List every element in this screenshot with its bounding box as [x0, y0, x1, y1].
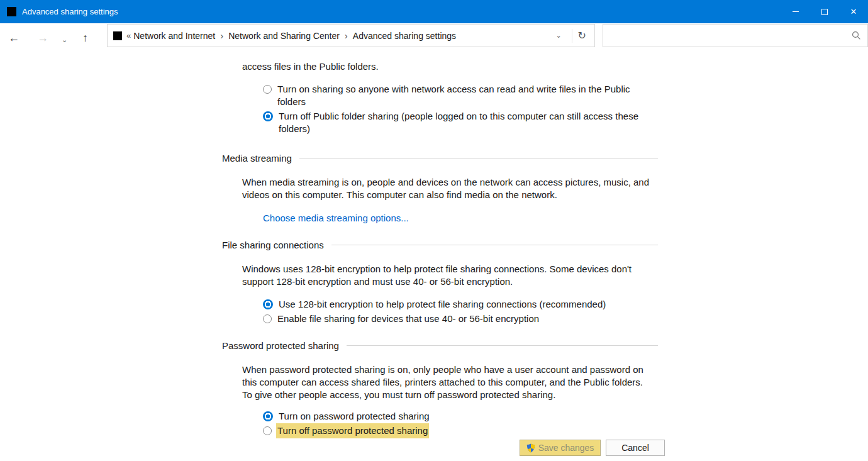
radio-turn-off-public-folder-sharing[interactable]: Turn off Public folder sharing (people l… — [263, 110, 868, 135]
navigation-bar: ← → ⌄ ↑ « Network and Internet › Network… — [0, 23, 868, 58]
breadcrumb-separator-icon: › — [220, 30, 223, 41]
section-file-sharing-connections: File sharing connections — [222, 238, 658, 251]
minimize-icon — [793, 11, 799, 12]
radio-turn-on-public-folder-sharing[interactable]: Turn on sharing so anyone with network a… — [263, 83, 868, 108]
forward-button[interactable]: → — [37, 31, 48, 45]
breadcrumb-overflow-icon[interactable]: « — [126, 31, 131, 40]
radio-enable-40-56-bit-encryption[interactable]: Enable file sharing for devices that use… — [263, 313, 868, 325]
radio-icon[interactable] — [263, 426, 272, 435]
divider — [572, 29, 572, 43]
save-changes-label: Save changes — [538, 443, 594, 453]
file-sharing-options: Use 128-bit encryption to help protect f… — [263, 298, 868, 325]
maximize-button[interactable] — [810, 0, 839, 23]
breadcrumb-item-network-and-internet[interactable]: Network and Internet — [133, 31, 215, 41]
recent-pages-dropdown-icon[interactable]: ⌄ — [62, 36, 67, 44]
section-title: Media streaming — [222, 153, 292, 164]
media-streaming-description: When media streaming is on, people and d… — [242, 176, 652, 201]
refresh-icon[interactable]: ↻ — [578, 30, 586, 42]
breadcrumb-item-advanced-sharing-settings[interactable]: Advanced sharing settings — [353, 31, 456, 41]
up-button[interactable]: ↑ — [82, 31, 88, 45]
radio-turn-on-password-protected-sharing[interactable]: Turn on password protected sharing — [263, 410, 868, 423]
folder-icon[interactable] — [113, 31, 122, 40]
breadcrumb: « Network and Internet › Network and Sha… — [107, 24, 595, 47]
uac-shield-icon — [526, 443, 535, 453]
radio-icon[interactable] — [263, 411, 273, 421]
settings-content: access files in the Public folders. Turn… — [0, 58, 868, 439]
close-icon: ✕ — [850, 8, 857, 16]
password-protected-options: Turn on password protected sharing Turn … — [263, 410, 868, 437]
title-bar: Advanced sharing settings ✕ — [0, 0, 868, 23]
radio-icon[interactable] — [263, 111, 273, 121]
radio-turn-off-password-protected-sharing[interactable]: Turn off password protected sharing — [263, 425, 868, 437]
password-protected-description: When password protected sharing is on, o… — [242, 364, 652, 401]
section-title: Password protected sharing — [222, 340, 339, 351]
maximize-icon — [821, 9, 828, 15]
search-icon — [852, 31, 861, 40]
app-icon[interactable] — [7, 7, 16, 16]
radio-icon[interactable] — [263, 314, 272, 323]
breadcrumb-item-network-and-sharing-center[interactable]: Network and Sharing Center — [228, 31, 340, 41]
choose-media-streaming-options-link[interactable]: Choose media streaming options... — [263, 213, 409, 223]
section-media-streaming: Media streaming — [222, 152, 658, 164]
section-title: File sharing connections — [222, 240, 324, 250]
cancel-label: Cancel — [621, 443, 649, 453]
minimize-button[interactable] — [781, 0, 810, 23]
radio-icon[interactable] — [263, 299, 273, 309]
close-button[interactable]: ✕ — [839, 0, 868, 23]
radio-use-128-bit-encryption[interactable]: Use 128-bit encryption to help protect f… — [263, 298, 868, 311]
search-box — [603, 24, 868, 47]
file-sharing-description: Windows uses 128-bit encryption to help … — [242, 263, 652, 288]
divider — [331, 245, 658, 245]
address-dropdown-icon[interactable]: ⌄ — [555, 31, 561, 40]
save-changes-button[interactable]: Save changes — [520, 440, 601, 456]
search-input[interactable] — [603, 25, 852, 47]
footer-actions: Save changes Cancel — [520, 440, 665, 456]
divider — [347, 345, 658, 346]
window-title: Advanced sharing settings — [22, 7, 781, 16]
radio-icon[interactable] — [263, 85, 272, 94]
back-button[interactable]: ← — [8, 31, 19, 45]
window-controls: ✕ — [781, 0, 868, 23]
cancel-button[interactable]: Cancel — [606, 440, 665, 456]
public-folders-description-clipped: access files in the Public folders. — [242, 60, 868, 73]
public-folder-sharing-options: Turn on sharing so anyone with network a… — [263, 83, 868, 135]
divider — [299, 158, 658, 158]
section-password-protected-sharing: Password protected sharing — [222, 339, 658, 352]
breadcrumb-separator-icon: › — [345, 30, 348, 41]
